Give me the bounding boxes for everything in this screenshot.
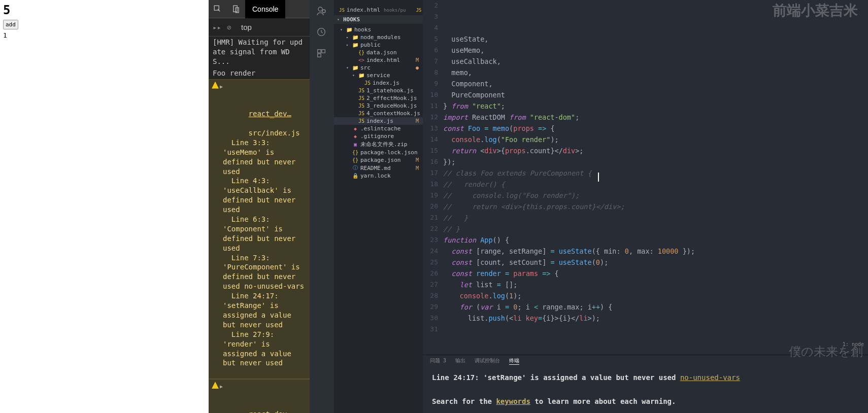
svg-point-4 bbox=[322, 10, 325, 13]
editor-scroll[interactable]: 2345678910111213141516171819202122232425… bbox=[423, 0, 868, 355]
svg-rect-7 bbox=[322, 50, 325, 53]
warn-source-link[interactable]: react_dev… bbox=[249, 110, 291, 118]
tree-item[interactable]: ▸📁public bbox=[334, 41, 423, 49]
warning-icon bbox=[212, 82, 219, 89]
tree-item[interactable]: JS2_effectHook.js bbox=[334, 94, 423, 102]
file-tree: ▾📁hooks▸📁node_modules▸📁public{}data.json… bbox=[334, 24, 423, 182]
line-gutter: 2345678910111213141516171819202122232425… bbox=[423, 0, 443, 355]
tree-item[interactable]: JS1_statehook.js bbox=[334, 87, 423, 94]
editor-area: 2345678910111213141516171819202122232425… bbox=[423, 0, 868, 413]
open-editors: JSindex.htmlhooks/puJS2_effectHook.jshoo… bbox=[334, 0, 423, 15]
tree-item[interactable]: {}package.jsonM bbox=[334, 156, 423, 164]
tree-item[interactable]: JS4_contextHook.js bbox=[334, 110, 423, 117]
tree-item[interactable]: JSindex.jsM bbox=[334, 117, 423, 125]
tab-output[interactable]: 输出 bbox=[455, 357, 465, 364]
sync-icon[interactable] bbox=[316, 26, 328, 39]
vscode-window: JSindex.htmlhooks/puJS2_effectHook.jshoo… bbox=[310, 0, 868, 413]
play-icon[interactable]: ▸▸ bbox=[213, 23, 222, 31]
browser-pane: 5 add 1 bbox=[0, 0, 209, 413]
tree-item[interactable]: {}data.json bbox=[334, 49, 423, 56]
tree-item[interactable]: ▾📁service bbox=[334, 72, 423, 79]
root-label: HOOKS bbox=[343, 16, 360, 23]
tab-terminal[interactable]: 终端 bbox=[509, 357, 519, 365]
console-log: Foo render bbox=[209, 67, 310, 79]
devtools-tabbar: Console bbox=[209, 0, 310, 18]
inspect-icon[interactable] bbox=[212, 3, 224, 15]
console-warning[interactable]: ▶ react_dev… src/index.js Line 3:3: 'use… bbox=[209, 379, 310, 413]
svg-rect-8 bbox=[318, 54, 321, 57]
editor-tab[interactable]: JSindex.htmlhooks/pu bbox=[334, 5, 411, 15]
terminal-line: Line 24:17: 'setRange' is assigned a val… bbox=[432, 372, 859, 384]
tree-item[interactable]: {}package-lock.json bbox=[334, 149, 423, 156]
eslint-rule-link[interactable]: no-unused-vars bbox=[680, 373, 740, 382]
tree-item[interactable]: ▾📁hooks bbox=[334, 26, 423, 33]
svg-point-3 bbox=[318, 7, 322, 11]
tree-item[interactable]: 🔒yarn.lock bbox=[334, 172, 423, 180]
chevron-down-icon: ▾ bbox=[337, 17, 341, 22]
rendered-li: 1 bbox=[3, 31, 206, 39]
editor-tab[interactable]: JS2_effectHook.jshooks/src bbox=[411, 5, 423, 15]
tree-item[interactable]: ▸📁node_modules bbox=[334, 33, 423, 41]
warn-source-link[interactable]: react_dev… bbox=[249, 410, 291, 413]
activity-bar bbox=[310, 0, 334, 413]
tree-item[interactable]: JSindex.js bbox=[334, 79, 423, 87]
terminal-selector[interactable]: 1: node bbox=[843, 341, 864, 347]
code-content[interactable]: useState, useMemo, useCallback, memo, Co… bbox=[443, 0, 868, 355]
tree-item[interactable]: ◆.eslintcache bbox=[334, 125, 423, 132]
terminal-line: Search for the keywords to learn more ab… bbox=[432, 396, 859, 408]
tree-item[interactable]: <>index.htmlM bbox=[334, 56, 423, 64]
console-toolbar: ▸▸ ⊘ top bbox=[209, 18, 310, 37]
terminal-output[interactable]: Line 24:17: 'setRange' is assigned a val… bbox=[423, 367, 868, 413]
explorer-sidebar: JSindex.htmlhooks/puJS2_effectHook.jshoo… bbox=[334, 0, 423, 413]
text-cursor bbox=[598, 173, 599, 182]
console-log: [HMR] Waiting for update signal from WDS… bbox=[209, 37, 310, 67]
tab-debug-console[interactable]: 调试控制台 bbox=[475, 357, 500, 364]
device-icon[interactable] bbox=[230, 3, 242, 15]
clear-icon[interactable]: ⊘ bbox=[227, 23, 236, 31]
tab-problems[interactable]: 问题 3 bbox=[430, 357, 446, 364]
panel-tabs: 问题 3 输出 调试控制台 终端 1: node bbox=[423, 355, 868, 367]
devtools-panel: Console ▸▸ ⊘ top [HMR] Waiting for updat… bbox=[209, 0, 310, 413]
add-button[interactable]: add bbox=[3, 20, 18, 29]
tree-item[interactable]: ▣未命名文件夹.zip bbox=[334, 140, 423, 149]
extensions-icon[interactable] bbox=[316, 48, 328, 60]
warn-text: src/index.js Line 3:3: 'useMemo' is defi… bbox=[223, 129, 304, 367]
explorer-root[interactable]: ▾ HOOKS bbox=[334, 15, 423, 24]
tree-item[interactable]: ⓘREADME.mdM bbox=[334, 164, 423, 172]
console-warning[interactable]: ▶ react_dev… src/index.js Line 3:3: 'use… bbox=[209, 79, 310, 380]
tree-item[interactable]: ▾📁src● bbox=[334, 64, 423, 72]
tree-item[interactable]: ◆.gitignore bbox=[334, 132, 423, 140]
svg-rect-6 bbox=[318, 50, 321, 53]
expand-icon[interactable]: ▶ bbox=[220, 383, 223, 390]
tab-console[interactable]: Console bbox=[245, 0, 285, 18]
context-selector[interactable]: top bbox=[241, 23, 252, 31]
tree-item[interactable]: JS3_reduceHook.js bbox=[334, 102, 423, 110]
expand-icon[interactable]: ▶ bbox=[220, 83, 223, 90]
console-body: [HMR] Waiting for update signal from WDS… bbox=[209, 37, 310, 413]
accounts-icon[interactable] bbox=[316, 5, 328, 17]
keywords-link[interactable]: keywords bbox=[496, 397, 530, 405]
counter-value: 5 bbox=[3, 3, 206, 17]
warning-icon bbox=[212, 382, 219, 389]
